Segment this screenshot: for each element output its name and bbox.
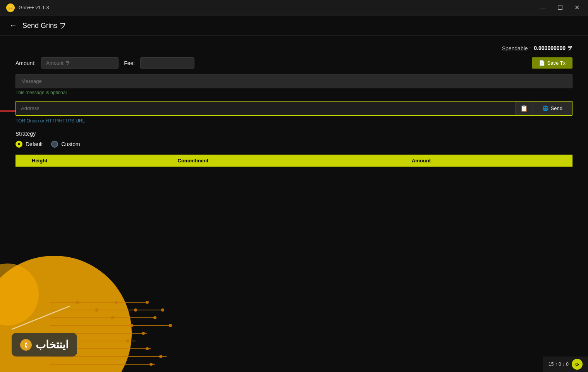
svg-point-22 bbox=[126, 339, 129, 343]
utxo-table: Height Commitment Amount bbox=[15, 155, 573, 167]
table-col-height: Height bbox=[27, 155, 173, 167]
amount-label: Amount: bbox=[15, 60, 36, 66]
titlebar-controls: — ☐ ✕ bbox=[537, 4, 582, 12]
watermark-text: اینتخاب bbox=[36, 338, 69, 351]
status-peers: 15 ↑ 0 ↓ 0 bbox=[548, 362, 569, 367]
svg-point-25 bbox=[150, 363, 153, 366]
message-hint: This message is optional bbox=[15, 90, 573, 95]
status-icon: ⟳ bbox=[572, 359, 583, 370]
strategy-options: Default Custom bbox=[15, 141, 573, 148]
strategy-default-option[interactable]: Default bbox=[15, 141, 43, 148]
svg-point-1 bbox=[0, 264, 39, 326]
minimize-button[interactable]: — bbox=[537, 4, 548, 12]
save-tx-button[interactable]: 📄 Save Tx bbox=[532, 57, 573, 69]
svg-line-26 bbox=[12, 306, 70, 329]
send-icon: 🌐 bbox=[542, 105, 548, 111]
svg-point-11 bbox=[76, 301, 79, 304]
address-hint: TOR Onion or HTTP/HTTPS URL bbox=[15, 118, 573, 124]
app-icon: 😊 bbox=[6, 3, 15, 12]
svg-point-24 bbox=[159, 355, 162, 358]
watermark-icon: ₿ bbox=[20, 339, 32, 351]
spendable-label: Spendable : bbox=[502, 45, 531, 52]
table-col-commitment: Commitment bbox=[173, 155, 407, 167]
strategy-default-label: Default bbox=[26, 141, 43, 147]
spendable-value: 0.000000000 ヲ bbox=[534, 45, 573, 52]
fee-label: Fee: bbox=[124, 60, 135, 66]
close-button[interactable]: ✕ bbox=[572, 4, 582, 12]
spendable-row: Spendable : 0.000000000 ヲ bbox=[15, 45, 573, 52]
save-tx-label: Save Tx bbox=[547, 60, 566, 66]
table-header-row: Height Commitment Amount bbox=[15, 155, 573, 167]
table-header: Height Commitment Amount bbox=[15, 155, 573, 167]
svg-point-20 bbox=[169, 324, 172, 327]
table-col-amount: Amount bbox=[407, 155, 573, 167]
page-header: ← Send Grins ヲ bbox=[0, 16, 588, 36]
svg-point-23 bbox=[146, 347, 149, 350]
svg-point-17 bbox=[111, 316, 114, 319]
amount-fee-row: Amount: Fee: 📄 Save Tx bbox=[15, 57, 573, 69]
strategy-custom-option[interactable]: Custom bbox=[51, 141, 80, 148]
clipboard-icon: 📋 bbox=[520, 105, 528, 112]
strategy-custom-label: Custom bbox=[61, 141, 80, 147]
send-label: Send bbox=[551, 105, 562, 111]
status-bar: 15 ↑ 0 ↓ 0 ⟳ bbox=[543, 356, 588, 372]
titlebar: 😊 Grin++ v1.1.3 — ☐ ✕ bbox=[0, 0, 588, 16]
svg-point-15 bbox=[146, 301, 149, 304]
strategy-custom-radio[interactable] bbox=[51, 141, 58, 148]
message-input[interactable] bbox=[15, 74, 573, 88]
svg-point-21 bbox=[142, 332, 145, 335]
table-col-checkbox bbox=[15, 155, 27, 167]
svg-point-19 bbox=[153, 316, 156, 319]
page-title: Send Grins ヲ bbox=[22, 21, 66, 30]
send-button[interactable]: 🌐 Send bbox=[533, 102, 572, 115]
maximize-button[interactable]: ☐ bbox=[555, 4, 565, 12]
svg-point-14 bbox=[134, 308, 137, 312]
main-content: Spendable : 0.000000000 ヲ Amount: Fee: 📄… bbox=[0, 36, 588, 176]
svg-point-13 bbox=[115, 301, 118, 304]
paste-button[interactable]: 📋 bbox=[515, 102, 533, 115]
strategy-default-radio[interactable] bbox=[15, 141, 22, 148]
svg-point-12 bbox=[95, 308, 98, 312]
address-row: 📋 🌐 Send bbox=[15, 101, 573, 116]
svg-point-18 bbox=[130, 324, 133, 327]
save-tx-icon: 📄 bbox=[539, 60, 545, 66]
titlebar-left: 😊 Grin++ v1.1.3 bbox=[6, 3, 49, 12]
fee-input[interactable] bbox=[140, 57, 194, 69]
watermark: ₿ اینتخاب bbox=[12, 333, 77, 356]
amount-input[interactable] bbox=[41, 57, 119, 69]
strategy-label: Strategy bbox=[15, 131, 573, 137]
app-title: Grin++ v1.1.3 bbox=[19, 5, 49, 10]
svg-point-16 bbox=[161, 308, 164, 312]
address-input[interactable] bbox=[16, 102, 515, 115]
back-button[interactable]: ← bbox=[9, 21, 17, 30]
